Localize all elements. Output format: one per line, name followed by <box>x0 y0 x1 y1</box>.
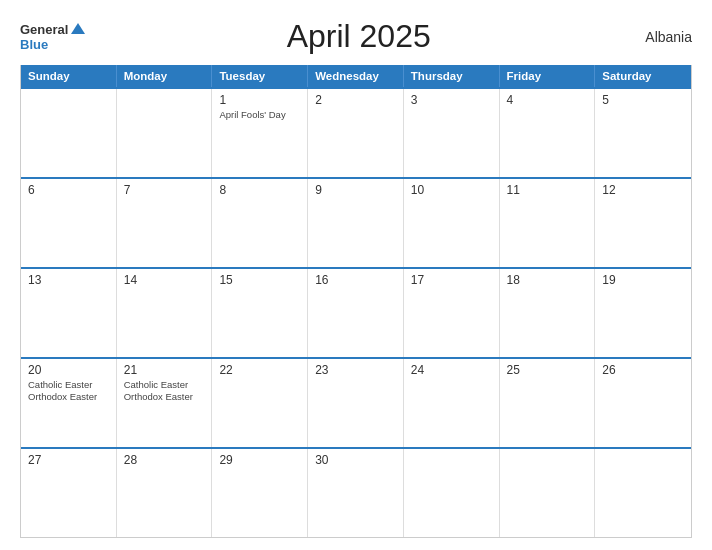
calendar-cell: 16 <box>308 269 404 357</box>
day-number: 27 <box>28 453 109 467</box>
calendar-cell: 22 <box>212 359 308 447</box>
calendar-event: April Fools' Day <box>219 109 300 121</box>
logo-triangle-icon <box>71 23 85 34</box>
calendar-cell: 12 <box>595 179 691 267</box>
calendar-cell: 28 <box>117 449 213 537</box>
calendar-header-cell: Tuesday <box>212 65 308 87</box>
calendar-cell: 9 <box>308 179 404 267</box>
logo-general-text: General <box>20 22 68 38</box>
calendar-cell: 21Catholic EasterOrthodox Easter <box>117 359 213 447</box>
day-number: 8 <box>219 183 300 197</box>
calendar-cell: 11 <box>500 179 596 267</box>
day-number: 16 <box>315 273 396 287</box>
calendar-week: 20Catholic EasterOrthodox Easter21Cathol… <box>21 357 691 447</box>
calendar-cell: 8 <box>212 179 308 267</box>
day-number: 25 <box>507 363 588 377</box>
calendar-event: Catholic Easter <box>124 379 205 391</box>
calendar-cell: 7 <box>117 179 213 267</box>
calendar-event: Orthodox Easter <box>28 391 109 403</box>
day-number: 21 <box>124 363 205 377</box>
day-number: 5 <box>602 93 684 107</box>
calendar-week: 27282930 <box>21 447 691 537</box>
day-number: 2 <box>315 93 396 107</box>
calendar-week: 6789101112 <box>21 177 691 267</box>
calendar-cell <box>117 89 213 177</box>
day-number: 18 <box>507 273 588 287</box>
calendar-cell: 4 <box>500 89 596 177</box>
logo-blue-text: Blue <box>20 38 85 51</box>
header: General Blue April 2025 Albania <box>20 18 692 55</box>
calendar-cell: 17 <box>404 269 500 357</box>
calendar-cell: 1April Fools' Day <box>212 89 308 177</box>
day-number: 17 <box>411 273 492 287</box>
calendar-week: 1April Fools' Day2345 <box>21 87 691 177</box>
calendar-event: Orthodox Easter <box>124 391 205 403</box>
day-number: 24 <box>411 363 492 377</box>
calendar-cell <box>21 89 117 177</box>
day-number: 9 <box>315 183 396 197</box>
day-number: 1 <box>219 93 300 107</box>
calendar-cell: 29 <box>212 449 308 537</box>
calendar-header-cell: Monday <box>117 65 213 87</box>
day-number: 10 <box>411 183 492 197</box>
calendar-header: SundayMondayTuesdayWednesdayThursdayFrid… <box>21 65 691 87</box>
calendar-body: 1April Fools' Day23456789101112131415161… <box>21 87 691 537</box>
page-title: April 2025 <box>85 18 632 55</box>
calendar-cell <box>500 449 596 537</box>
day-number: 11 <box>507 183 588 197</box>
calendar-header-cell: Friday <box>500 65 596 87</box>
calendar: SundayMondayTuesdayWednesdayThursdayFrid… <box>20 65 692 538</box>
day-number: 15 <box>219 273 300 287</box>
calendar-cell: 3 <box>404 89 500 177</box>
day-number: 19 <box>602 273 684 287</box>
calendar-header-cell: Sunday <box>21 65 117 87</box>
day-number: 26 <box>602 363 684 377</box>
calendar-cell: 5 <box>595 89 691 177</box>
calendar-cell: 26 <box>595 359 691 447</box>
day-number: 4 <box>507 93 588 107</box>
day-number: 30 <box>315 453 396 467</box>
calendar-cell: 14 <box>117 269 213 357</box>
calendar-cell: 24 <box>404 359 500 447</box>
country-label: Albania <box>632 29 692 45</box>
logo: General Blue <box>20 22 85 51</box>
calendar-cell: 30 <box>308 449 404 537</box>
calendar-cell: 13 <box>21 269 117 357</box>
day-number: 29 <box>219 453 300 467</box>
day-number: 14 <box>124 273 205 287</box>
page: General Blue April 2025 Albania SundayMo… <box>0 0 712 550</box>
calendar-cell: 18 <box>500 269 596 357</box>
calendar-cell: 25 <box>500 359 596 447</box>
day-number: 12 <box>602 183 684 197</box>
calendar-cell: 10 <box>404 179 500 267</box>
calendar-cell: 6 <box>21 179 117 267</box>
calendar-cell <box>404 449 500 537</box>
calendar-cell: 27 <box>21 449 117 537</box>
calendar-cell <box>595 449 691 537</box>
calendar-week: 13141516171819 <box>21 267 691 357</box>
day-number: 22 <box>219 363 300 377</box>
calendar-header-cell: Saturday <box>595 65 691 87</box>
calendar-cell: 19 <box>595 269 691 357</box>
calendar-header-cell: Wednesday <box>308 65 404 87</box>
calendar-cell: 2 <box>308 89 404 177</box>
day-number: 3 <box>411 93 492 107</box>
calendar-event: Catholic Easter <box>28 379 109 391</box>
day-number: 6 <box>28 183 109 197</box>
calendar-cell: 20Catholic EasterOrthodox Easter <box>21 359 117 447</box>
calendar-header-cell: Thursday <box>404 65 500 87</box>
day-number: 7 <box>124 183 205 197</box>
day-number: 23 <box>315 363 396 377</box>
day-number: 13 <box>28 273 109 287</box>
calendar-cell: 23 <box>308 359 404 447</box>
day-number: 28 <box>124 453 205 467</box>
day-number: 20 <box>28 363 109 377</box>
calendar-cell: 15 <box>212 269 308 357</box>
